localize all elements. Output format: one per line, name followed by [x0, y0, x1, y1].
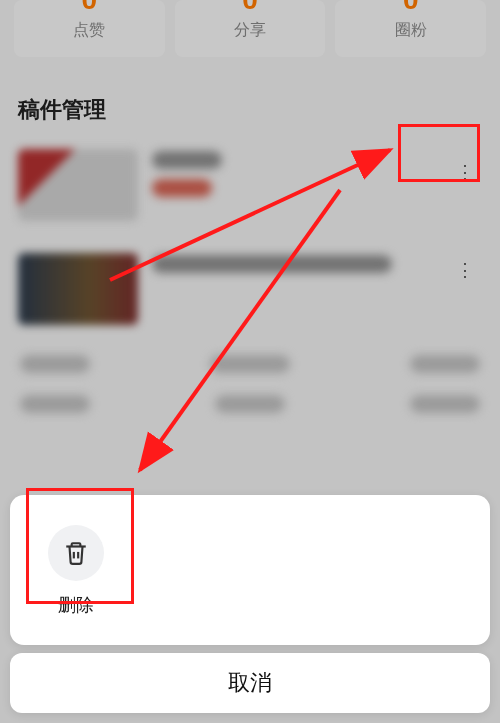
more-vert-icon: ⋮ — [456, 163, 474, 181]
draft-status — [152, 179, 212, 197]
draft-title — [152, 255, 392, 273]
delete-label: 删除 — [58, 593, 94, 617]
more-vert-icon: ⋮ — [456, 261, 474, 279]
draft-more-button[interactable]: ⋮ — [450, 157, 480, 187]
stats-row: 0 点赞 0 分享 0 圈粉 — [0, 0, 500, 71]
draft-item[interactable]: ⋮ — [0, 139, 500, 241]
draft-thumbnail — [18, 149, 138, 221]
stat-label-share: 分享 — [185, 20, 316, 41]
draft-item[interactable]: ⋮ — [0, 241, 500, 345]
summary-section — [0, 345, 500, 465]
draft-title — [152, 151, 222, 169]
stat-label-like: 点赞 — [24, 20, 155, 41]
trash-icon — [48, 525, 104, 581]
draft-thumbnail — [18, 253, 138, 325]
stat-value: 0 — [185, 0, 316, 10]
stat-value: 0 — [345, 0, 476, 10]
cancel-button[interactable]: 取消 — [10, 653, 490, 713]
stat-value: 0 — [24, 0, 155, 10]
draft-text — [152, 149, 482, 197]
section-title-drafts: 稿件管理 — [0, 71, 500, 139]
stat-card-like[interactable]: 0 点赞 — [14, 0, 165, 57]
stat-card-fans[interactable]: 0 圈粉 — [335, 0, 486, 57]
action-sheet: 删除 — [10, 495, 490, 645]
stat-card-share[interactable]: 0 分享 — [175, 0, 326, 57]
draft-text — [152, 253, 482, 273]
stat-label-fans: 圈粉 — [345, 20, 476, 41]
cancel-label: 取消 — [228, 668, 272, 698]
draft-more-button[interactable]: ⋮ — [450, 255, 480, 285]
delete-button[interactable]: 删除 — [30, 519, 122, 623]
